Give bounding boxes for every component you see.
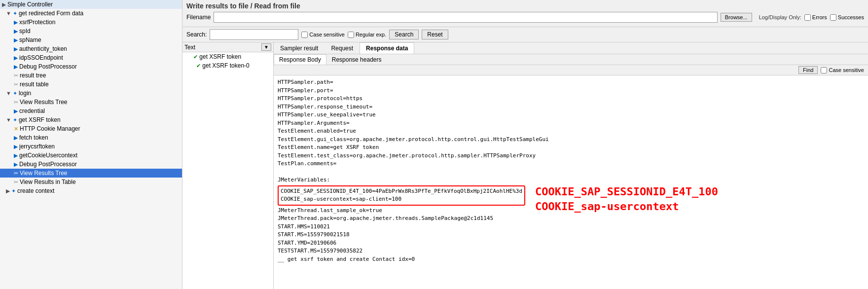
graph-icon: ✂ — [14, 179, 18, 185]
find-button[interactable]: Find — [798, 66, 818, 74]
find-row: Find Case sensitive — [274, 65, 868, 75]
successes-checkbox[interactable] — [830, 14, 836, 21]
reset-button[interactable]: Reset — [422, 30, 448, 39]
page-icon: ▶ — [14, 108, 18, 114]
tree-expand-button[interactable]: ▼ — [261, 43, 271, 51]
header-section: Write results to file / Read from file F… — [182, 0, 868, 27]
filename-label: Filename — [186, 14, 211, 21]
green-check-icon: ✔ — [193, 54, 198, 60]
sidebar-item-idpsso[interactable]: ▶ idpSSOEndpoint — [0, 53, 182, 62]
left-sidebar: ▶ Simple Controller ▼ ✦ get redirected F… — [0, 0, 182, 289]
subtab-response-body[interactable]: Response Body — [274, 54, 326, 65]
sidebar-item-result-tree[interactable]: ✂ result tree — [0, 71, 182, 80]
debug-icon: ▶ — [14, 64, 18, 70]
debug-icon: ▶ — [14, 161, 18, 168]
tab-sampler-result[interactable]: Sampler result — [274, 42, 325, 54]
content-area: Text ▼ ✔ get XSRF token ✔ get XSRF token… — [182, 42, 868, 289]
sidebar-item-spname[interactable]: ▶ spName — [0, 36, 182, 44]
response-line: __ get xsrf token and create Contact idx… — [278, 255, 525, 264]
page-icon: ▶ — [14, 37, 18, 43]
cookie-highlighted-box: COOKIE_SAP_SESSIONID_E4T_100=4PaEbPrWx8R… — [278, 185, 525, 206]
sidebar-item-get-cookie[interactable]: ▶ getCookieUsercontext — [0, 151, 182, 160]
sidebar-label: credential — [19, 108, 45, 114]
sidebar-item-xsrf[interactable]: ▶ xsrfProtection — [0, 18, 182, 27]
tabs-row: Sampler result Request Response data — [274, 42, 868, 54]
sidebar-item-view-results-tree[interactable]: ✂ View Results Tree — [0, 98, 182, 107]
case-sensitive-checkbox[interactable] — [301, 32, 308, 38]
response-line — [278, 168, 864, 177]
tree-header-text: Text — [184, 44, 261, 51]
sidebar-item-get-xsrf[interactable]: ▼ ✦ get XSRF token — [0, 115, 182, 124]
expand-icon: ▼ — [6, 90, 11, 96]
tree-panel: Text ▼ ✔ get XSRF token ✔ get XSRF token… — [182, 42, 274, 289]
sidebar-item-credential[interactable]: ▶ credential — [0, 107, 182, 115]
sidebar-item-login[interactable]: ▼ ✦ login — [0, 89, 182, 98]
response-line: TESTSTART.MS=1559790035822 — [278, 247, 525, 255]
cookie-line1: COOKIE_SAP_SESSIONID_E4T_100=4PaEbPrWx8R… — [281, 187, 522, 196]
expand-icon: ▼ — [6, 117, 11, 123]
search-input[interactable] — [210, 29, 298, 40]
cookie-annotation-line2: COOKIE_sap-usercontext — [535, 199, 723, 215]
sidebar-item-spid[interactable]: ▶ spId — [0, 27, 182, 36]
tree-header: Text ▼ — [182, 42, 273, 52]
sidebar-item-get-redirected[interactable]: ▼ ✦ get redirected Form data — [0, 9, 182, 18]
sidebar-label: result table — [20, 81, 49, 88]
sidebar-item-simple-controller[interactable]: ▶ Simple Controller — [0, 0, 182, 9]
cookie-line2: COOKIE_sap-usercontext=sap-client=100 — [281, 195, 522, 204]
sidebar-item-debug1[interactable]: ▶ Debug PostProcessor — [0, 62, 182, 71]
green-check-icon: ✔ — [196, 63, 201, 69]
expand-icon: ▶ — [6, 188, 10, 194]
find-case-sensitive-label[interactable]: Case sensitive — [821, 67, 864, 73]
sidebar-label: Debug PostProcessor — [19, 161, 77, 168]
find-case-sensitive-checkbox[interactable] — [821, 67, 827, 73]
page-icon: ▶ — [14, 19, 18, 26]
subtab-response-headers[interactable]: Response headers — [326, 54, 387, 65]
sidebar-label: xsrfProtection — [19, 19, 55, 26]
sampler-icon: ✦ — [13, 10, 17, 17]
regular-exp-label[interactable]: Regular exp. — [348, 32, 386, 38]
sidebar-label: View Results Tree — [20, 99, 68, 106]
sidebar-label: Simple Controller — [7, 1, 53, 8]
response-line: HTTPSampler.port= — [278, 87, 864, 95]
page-icon: ▶ — [14, 152, 18, 159]
tab-response-data[interactable]: Response data — [360, 42, 414, 54]
graph-icon: ✂ — [14, 81, 18, 88]
errors-checkbox-label[interactable]: Errors — [804, 14, 827, 21]
tree-item-get-xsrf-0[interactable]: ✔ get XSRF token-0 — [182, 61, 273, 70]
sidebar-label: HTTP Cookie Manager — [20, 125, 80, 132]
sidebar-item-debug2[interactable]: ▶ Debug PostProcessor — [0, 160, 182, 169]
response-line: TestPlan.comments= — [278, 160, 864, 168]
tab-request[interactable]: Request — [325, 42, 360, 54]
graph-icon: ✂ — [14, 72, 18, 79]
sampler-icon: ✦ — [11, 188, 16, 194]
sidebar-item-fetch-token[interactable]: ▶ fetch token — [0, 133, 182, 142]
sidebar-label: login — [19, 90, 31, 97]
tree-item-get-xsrf[interactable]: ✔ get XSRF token — [182, 52, 273, 61]
sidebar-label: getCookieUsercontext — [19, 152, 77, 159]
sidebar-label: authenticity_token — [19, 45, 67, 52]
case-sensitive-label[interactable]: Case sensitive — [301, 32, 345, 38]
page-icon: ▶ — [14, 135, 18, 141]
response-line: HTTPsampler.Arguments= — [278, 119, 864, 128]
sampler-icon: ✦ — [13, 117, 17, 123]
sidebar-item-result-table[interactable]: ✂ result table — [0, 80, 182, 89]
errors-checkbox[interactable] — [804, 14, 811, 21]
sidebar-item-view-results-tree2[interactable]: ✂ View Results Tree — [0, 169, 182, 178]
sidebar-item-jerrycsrf[interactable]: ▶ jerrycsrftoken — [0, 142, 182, 151]
right-panel: Write results to file / Read from file F… — [182, 0, 868, 289]
log-display-label: Log/Display Only: — [759, 14, 801, 20]
sidebar-item-view-results-table[interactable]: ✂ View Results in Table — [0, 178, 182, 186]
successes-checkbox-label[interactable]: Successes — [830, 14, 864, 21]
response-line: JMeterThread.pack=org.apache.jmeter.thre… — [278, 215, 525, 223]
tree-item-label: get XSRF token-0 — [202, 62, 249, 69]
sidebar-item-authenticity[interactable]: ▶ authenticity_token — [0, 44, 182, 53]
sidebar-label: spId — [19, 28, 31, 35]
filename-input[interactable] — [214, 12, 717, 23]
response-line: TestElement.gui_class=org.apache.jmeter.… — [278, 136, 864, 144]
sidebar-item-create-context[interactable]: ▶ ✦ create context — [0, 186, 182, 195]
tree-item-label: get XSRF token — [199, 53, 241, 60]
regular-exp-checkbox[interactable] — [348, 32, 354, 38]
sidebar-item-http-cookie[interactable]: ✕ HTTP Cookie Manager — [0, 124, 182, 133]
browse-button[interactable]: Browse... — [721, 13, 752, 22]
search-button[interactable]: Search — [389, 30, 419, 39]
